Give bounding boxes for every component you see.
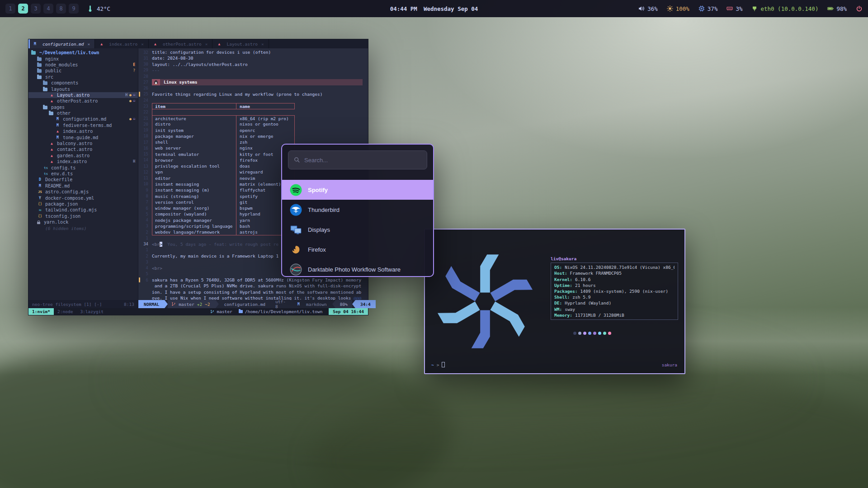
workspace-button[interactable]: 1 — [5, 4, 15, 14]
filetree-item[interactable]: config.ts — [28, 164, 138, 170]
launcher-search[interactable] — [288, 150, 427, 169]
app-launcher: Spotify Thunderbird Displays Firefox Dar… — [281, 144, 434, 277]
editor-tab[interactable]: otherPost.astro × — [149, 39, 213, 48]
tab-label: otherPost.astro — [163, 42, 202, 47]
file-icon — [43, 172, 49, 176]
filetree-item[interactable]: astro.config.mjs — [28, 189, 138, 195]
bar-module[interactable]: 37% — [698, 5, 718, 12]
filetree-item[interactable]: garden.astro — [28, 153, 138, 159]
filetree-item[interactable]: fediverse-terms.md — [28, 122, 138, 128]
tab-active-indicator — [28, 39, 30, 48]
filetree-item[interactable]: tone-guide.md — [28, 134, 138, 140]
terminal-cursor — [442, 362, 445, 367]
workspace-button[interactable]: 2 — [18, 4, 28, 14]
bar-module[interactable]: 36% — [638, 5, 658, 12]
editor-line: 32title: configuration for devices i use… — [138, 49, 368, 55]
filetree-item[interactable]: index.astro — [28, 128, 138, 134]
table-cell-item: webdev language/framework — [152, 229, 236, 235]
editor-tab[interactable]: index.astro × — [95, 39, 149, 48]
filetree-item[interactable]: otherPost.astro ●◻ — [28, 98, 138, 104]
filetree-item[interactable]: tailwind.config.mjs — [28, 207, 138, 213]
filetree-item[interactable]: nginx — [28, 56, 138, 61]
filetree-label: tone-guide.md — [63, 135, 98, 140]
filetree-item[interactable]: docker-compose.yml — [28, 195, 138, 201]
git-branch-icon — [210, 310, 214, 314]
filetree-item[interactable]: ~/Development/liv.town — [28, 50, 138, 56]
filetree-label: Dockerfile — [45, 177, 72, 182]
workspace-button[interactable]: 8 — [56, 4, 66, 14]
app-icon — [290, 263, 302, 276]
info-label: Host: — [554, 270, 567, 276]
md-table-row: 20 distro nixos or gentoo — [138, 121, 368, 127]
filetree-item[interactable]: (6 hidden items) — [28, 225, 138, 231]
editor-tab[interactable]: Layout.astro × — [212, 39, 269, 48]
table-cell-item: window manager (xorg) — [152, 205, 236, 211]
workspace-button[interactable]: 3 — [31, 4, 41, 14]
file-icon — [37, 63, 42, 67]
filetree-badges: E — [133, 63, 138, 67]
workspace-button[interactable]: 9 — [69, 4, 79, 14]
filetree-item[interactable]: Dockerfile — [28, 177, 138, 183]
filetree-label: components — [51, 80, 78, 85]
filetree-item[interactable]: configuration.md ●◻ — [28, 116, 138, 122]
power-button[interactable] — [856, 5, 863, 12]
launcher-item[interactable]: Spotify — [282, 180, 433, 200]
statusline: neo-tree filesystem [1] [-] 8:13 NORMAL … — [28, 300, 368, 308]
bar-module[interactable]: eth0 (10.0.0.140) — [751, 5, 818, 12]
info-label: OS: — [554, 264, 562, 270]
filetree-item[interactable]: env.d.ts — [28, 171, 138, 177]
filetree-item[interactable]: src — [28, 74, 138, 80]
search-input[interactable] — [304, 157, 421, 164]
filetree-item[interactable]: README.md — [28, 183, 138, 189]
tmux-window[interactable]: 2:node — [54, 308, 76, 315]
terminal-palette — [573, 332, 681, 335]
bar-module[interactable]: 100% — [667, 5, 689, 12]
file-icon — [37, 214, 43, 218]
bar-module[interactable]: 3% — [726, 5, 742, 12]
bar-module[interactable]: 98% — [827, 5, 847, 12]
filetree-label: src — [45, 75, 53, 80]
launcher-item[interactable]: Thunderbird — [282, 200, 433, 220]
filetree-label: public — [45, 68, 61, 73]
filetree-item[interactable]: other — [28, 110, 138, 116]
workspace-button[interactable]: 4 — [43, 4, 53, 14]
filetree-item[interactable]: pages — [28, 104, 138, 110]
filetree-item[interactable]: Layout.astro H●◻ — [28, 92, 138, 98]
clock[interactable]: 04:44 PM Wednesday Sep 04 — [390, 5, 478, 12]
md-table-row: 18 package manager nix or emerge — [138, 133, 368, 139]
filetree: ~/Development/liv.town nginx node_module… — [28, 48, 138, 300]
editor-line: 29--- — [138, 67, 368, 73]
close-icon[interactable]: × — [205, 42, 208, 47]
filetree-item[interactable]: tsconfig.json — [28, 213, 138, 219]
filetree-item[interactable]: components — [28, 80, 138, 86]
filetree-item[interactable]: contact.astro — [28, 146, 138, 152]
tmux-window[interactable]: 1:nvim* — [28, 308, 54, 315]
tmux-window[interactable]: 3:lazygit — [76, 308, 107, 315]
filetree-item[interactable]: yarn.lock — [28, 219, 138, 225]
close-icon[interactable]: × — [88, 42, 90, 47]
filetree-item[interactable]: layouts — [28, 86, 138, 92]
table-cell-item: instant messaging (m) — [152, 187, 236, 193]
launcher-item[interactable]: Displays — [282, 220, 433, 239]
editor-line: ove. I use Nix when I need software with… — [138, 295, 368, 300]
editor-line: 30layout: ../../layouts/otherPost.astro — [138, 61, 368, 67]
info-row: Uptime: 21 hours — [554, 282, 675, 288]
filetree-item[interactable]: balcony.astro — [28, 141, 138, 146]
filetree-item[interactable]: node_modules E — [28, 62, 138, 68]
shell-prompt[interactable]: ~ > — [431, 362, 445, 367]
close-icon[interactable]: × — [261, 42, 264, 47]
filetree-item[interactable]: index.astro H — [28, 159, 138, 164]
launcher-item[interactable]: Darktable Photo Workflow Software — [282, 259, 433, 277]
filetree-badges: H — [133, 160, 138, 164]
table-cell-item: music (streaming) — [152, 193, 236, 199]
filetree-item[interactable]: package.json — [28, 201, 138, 207]
close-icon[interactable]: × — [141, 42, 144, 47]
neotree-statusline: neo-tree filesystem [1] [-] 8:13 — [28, 300, 138, 308]
thermometer-icon — [87, 5, 94, 12]
launcher-item[interactable]: Firefox — [282, 239, 433, 259]
file-icon — [49, 99, 55, 103]
filetree-item[interactable]: public ? — [28, 68, 138, 74]
editor-tab[interactable]: configuration.md × — [28, 39, 95, 48]
fetch-infobox: OS: NixOS 24.11.20240828.71e91c4 (Vicuna… — [551, 263, 678, 320]
folder-icon — [239, 310, 243, 313]
